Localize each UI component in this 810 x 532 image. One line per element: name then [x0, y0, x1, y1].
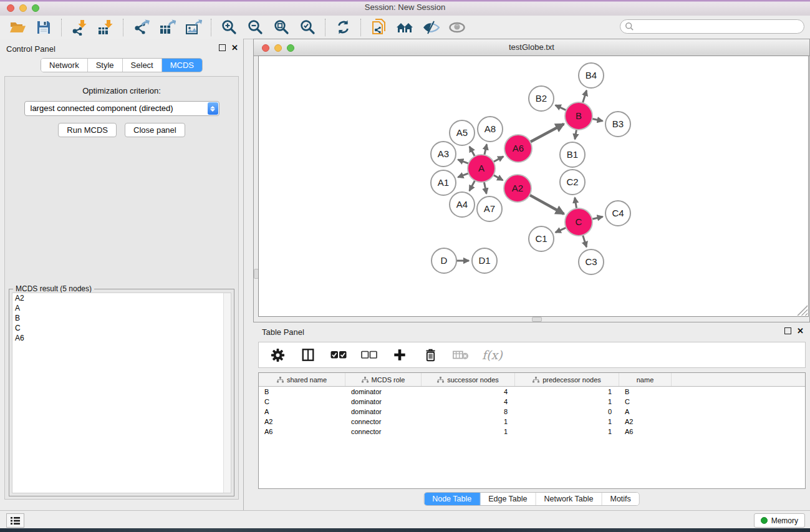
minimize-view-button[interactable]: [274, 44, 282, 52]
horizontal-splitter-handle[interactable]: [532, 317, 542, 322]
table-cell[interactable]: A2: [619, 418, 672, 425]
table-cell[interactable]: A: [259, 408, 345, 415]
mcds-result-item[interactable]: A6: [12, 333, 231, 343]
minimize-window-button[interactable]: [19, 4, 27, 12]
zoom-selected-icon[interactable]: [298, 18, 317, 37]
mcds-result-item[interactable]: A2: [12, 293, 231, 303]
graph-edge[interactable]: [470, 180, 476, 191]
open-session-icon[interactable]: [8, 18, 27, 37]
tab-mcds[interactable]: MCDS: [162, 59, 202, 72]
table-cell[interactable]: dominator: [345, 388, 422, 395]
table-cell[interactable]: B: [259, 388, 345, 395]
table-cell[interactable]: 4: [422, 388, 515, 395]
select-all-icon[interactable]: [329, 346, 348, 364]
tab-network[interactable]: Network: [41, 59, 88, 72]
graph-edge[interactable]: [529, 124, 564, 143]
export-image-icon[interactable]: [184, 18, 203, 37]
column-header[interactable]: shared name: [259, 373, 345, 386]
level-of-detail-icon[interactable]: [422, 18, 440, 37]
add-column-icon[interactable]: [390, 346, 409, 364]
result-list-scrollbar[interactable]: [223, 293, 231, 493]
graph-edge[interactable]: [458, 173, 470, 177]
tab-motifs[interactable]: Motifs: [602, 493, 639, 505]
table-row[interactable]: A2connector11A2: [259, 417, 805, 427]
table-row[interactable]: Cdominator41C: [259, 397, 805, 407]
export-table-icon[interactable]: [158, 18, 176, 37]
search-input[interactable]: [634, 22, 793, 32]
table-cell[interactable]: dominator: [345, 398, 422, 405]
table-row[interactable]: A6connector11A6: [259, 427, 805, 437]
graph-edge[interactable]: [529, 195, 564, 214]
table-cell[interactable]: 1: [422, 418, 515, 425]
birds-eye-view-icon[interactable]: [448, 18, 466, 37]
table-cell[interactable]: 0: [515, 408, 619, 415]
graph-edge[interactable]: [484, 181, 486, 194]
import-network-icon[interactable]: [70, 18, 89, 37]
table-cell[interactable]: connector: [345, 418, 422, 425]
graph-edge[interactable]: [556, 105, 567, 111]
task-history-button[interactable]: [6, 513, 24, 528]
network-canvas[interactable]: B4B2BB3A5A8A6A3B1AA1C2A2A4A7C4CC1C3DD1: [258, 56, 809, 317]
mcds-result-item[interactable]: B: [12, 313, 231, 323]
zoom-view-button[interactable]: [287, 44, 294, 52]
table-cell[interactable]: C: [619, 398, 672, 405]
table-row[interactable]: Bdominator41B: [259, 387, 805, 397]
first-neighbors-icon[interactable]: [395, 18, 414, 37]
mcds-result-item[interactable]: C: [12, 323, 231, 333]
graph-edge[interactable]: [582, 234, 587, 247]
table-cell[interactable]: C: [259, 398, 345, 405]
tab-network-table[interactable]: Network Table: [536, 493, 602, 505]
table-cell[interactable]: B: [619, 388, 672, 395]
delete-table-icon[interactable]: [451, 346, 470, 364]
table-cell[interactable]: 1: [515, 388, 619, 395]
settings-gear-icon[interactable]: [268, 346, 287, 364]
column-header[interactable]: MCDS role: [345, 373, 422, 386]
export-network-icon[interactable]: [132, 18, 150, 37]
table-cell[interactable]: 1: [515, 428, 619, 435]
close-table-panel-icon[interactable]: ✕: [797, 327, 804, 334]
criterion-dropdown[interactable]: largest connected component (directed): [24, 101, 219, 116]
close-view-button[interactable]: [262, 44, 269, 52]
delete-column-icon[interactable]: [421, 346, 440, 364]
tab-select[interactable]: Select: [123, 59, 162, 72]
table-cell[interactable]: 1: [515, 398, 619, 405]
import-table-icon[interactable]: [96, 18, 115, 37]
mcds-result-list[interactable]: A2ABCA6: [12, 293, 231, 493]
mcds-result-item[interactable]: A: [12, 303, 231, 313]
clone-network-icon[interactable]: [369, 18, 388, 37]
graph-edge[interactable]: [458, 160, 470, 164]
column-header[interactable]: predecessor nodes: [515, 373, 619, 386]
table-cell[interactable]: A6: [259, 428, 345, 435]
node-table[interactable]: shared nameMCDS rolesuccessor nodesprede…: [258, 372, 806, 489]
float-panel-icon[interactable]: [219, 44, 226, 51]
close-window-button[interactable]: [7, 4, 14, 12]
float-table-panel-icon[interactable]: [784, 327, 791, 334]
table-cell[interactable]: 1: [515, 418, 619, 425]
zoom-out-icon[interactable]: [246, 18, 264, 37]
zoom-in-icon[interactable]: [219, 18, 238, 37]
search-field[interactable]: [620, 19, 804, 34]
function-builder-icon[interactable]: f(x): [482, 348, 503, 362]
zoom-fit-icon[interactable]: [272, 18, 291, 37]
close-panel-button[interactable]: Close panel: [125, 123, 185, 137]
run-mcds-button[interactable]: Run MCDS: [58, 123, 117, 137]
close-panel-icon[interactable]: ✕: [231, 44, 238, 51]
tab-style[interactable]: Style: [88, 59, 123, 72]
zoom-window-button[interactable]: [32, 4, 39, 12]
memory-button[interactable]: Memory: [754, 513, 805, 528]
network-window-titlebar[interactable]: testGlobe.txt: [254, 39, 809, 56]
table-cell[interactable]: dominator: [345, 408, 422, 415]
tab-node-table[interactable]: Node Table: [424, 493, 480, 505]
show-columns-icon[interactable]: [299, 346, 317, 364]
table-row[interactable]: Adominator80A: [259, 407, 805, 417]
refresh-icon[interactable]: [334, 18, 352, 37]
table-cell[interactable]: connector: [345, 428, 422, 435]
graph-edge[interactable]: [493, 157, 504, 163]
tab-edge-table[interactable]: Edge Table: [480, 493, 536, 505]
table-cell[interactable]: A: [619, 408, 672, 415]
save-session-icon[interactable]: [34, 18, 53, 37]
table-cell[interactable]: A6: [619, 428, 672, 435]
deselect-all-icon[interactable]: [360, 346, 378, 364]
table-cell[interactable]: 4: [422, 398, 515, 405]
table-cell[interactable]: 1: [422, 428, 515, 435]
